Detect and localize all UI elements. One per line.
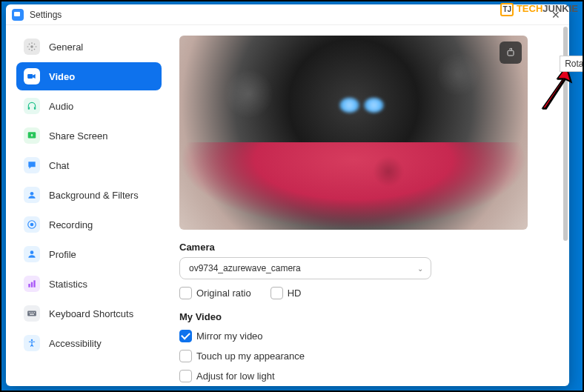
svg-rect-3 [34, 107, 36, 110]
profile-icon [24, 246, 40, 262]
share-screen-icon [24, 127, 40, 144]
rotate-button[interactable] [500, 41, 522, 64]
mirror-label: Mirror my video [196, 330, 263, 342]
sidebar-item-chat[interactable]: Chat [16, 151, 162, 179]
window-title: Settings [30, 10, 548, 20]
hd-checkbox[interactable] [271, 287, 283, 299]
sidebar-item-video[interactable]: Video [16, 62, 162, 90]
camera-selected-value: ov9734_azurewave_camera [189, 263, 301, 273]
sidebar-item-label: Audio [49, 101, 73, 112]
zoom-app-icon [12, 9, 24, 21]
sidebar-item-label: General [49, 41, 83, 53]
preview-glare [339, 98, 384, 113]
touchup-option[interactable]: Touch up my appearance [179, 350, 305, 362]
sidebar-item-label: Accessibility [49, 338, 102, 349]
camera-options-row: Original ratio HD [179, 287, 550, 299]
original-ratio-label: Original ratio [196, 288, 251, 299]
sidebar-item-label: Keyboard Shortcuts [49, 308, 133, 319]
svg-rect-12 [27, 311, 36, 316]
gear-icon [24, 39, 40, 55]
svg-rect-14 [30, 312, 31, 313]
sidebar-item-label: Background & Filters [49, 190, 139, 201]
chevron-down-icon: ⌄ [417, 265, 423, 273]
svg-rect-19 [508, 50, 514, 56]
chat-icon [24, 157, 40, 173]
titlebar: Settings ✕ [6, 4, 569, 25]
svg-point-18 [31, 339, 33, 341]
svg-rect-17 [30, 314, 34, 315]
touchup-option-row: Touch up my appearance [179, 350, 550, 362]
hd-label: HD [288, 288, 302, 299]
watermark: TJ TECHJUNKIE [500, 3, 578, 16]
watermark-badge: TJ [500, 3, 514, 16]
svg-rect-16 [34, 312, 35, 313]
sidebar-item-recording[interactable]: Recording [16, 210, 162, 239]
video-icon [24, 68, 40, 84]
svg-rect-9 [28, 284, 30, 288]
svg-rect-2 [28, 107, 30, 110]
video-preview [179, 36, 528, 230]
camera-section-label: Camera [179, 242, 550, 253]
svg-point-5 [30, 192, 34, 196]
keyboard-icon [24, 305, 40, 322]
rotate-icon [505, 47, 517, 59]
svg-point-8 [30, 250, 34, 254]
sidebar-item-label: Video [49, 71, 75, 82]
original-ratio-checkbox[interactable] [179, 287, 192, 299]
watermark-junkie: JUNKIE [542, 3, 578, 14]
sidebar-item-audio[interactable]: Audio [16, 92, 162, 120]
accessibility-icon [24, 335, 40, 351]
sidebar-item-share-screen[interactable]: Share Screen [16, 122, 162, 150]
hd-option[interactable]: HD [271, 287, 302, 299]
my-video-section-label: My Video [179, 311, 550, 322]
touchup-checkbox[interactable] [179, 350, 192, 362]
svg-point-0 [30, 45, 33, 48]
sidebar-item-keyboard-shortcuts[interactable]: Keyboard Shortcuts [16, 299, 162, 328]
svg-rect-10 [31, 282, 33, 288]
sidebar-item-label: Chat [49, 160, 69, 171]
lowlight-label: Adjust for low light [196, 371, 275, 382]
lowlight-checkbox[interactable] [179, 370, 192, 382]
lowlight-option[interactable]: Adjust for low light [179, 370, 275, 382]
watermark-tech: TECH [517, 3, 542, 14]
lowlight-option-row: Adjust for low light [179, 370, 550, 382]
sidebar-item-general[interactable]: General [16, 33, 162, 61]
statistics-icon [24, 276, 40, 292]
camera-select[interactable]: ov9734_azurewave_camera ⌄ [179, 257, 431, 279]
sidebar-item-background-filters[interactable]: Background & Filters [16, 181, 162, 209]
sidebar-item-label: Statistics [49, 279, 87, 290]
svg-rect-11 [33, 280, 35, 287]
touchup-label: Touch up my appearance [196, 351, 305, 362]
settings-window: Settings ✕ General Video Audio Share Scr… [6, 4, 569, 386]
sidebar-item-profile[interactable]: Profile [16, 240, 162, 268]
sidebar: General Video Audio Share Screen Chat Ba… [6, 25, 169, 386]
sidebar-item-statistics[interactable]: Statistics [16, 270, 162, 298]
content-panel: Camera ov9734_azurewave_camera ⌄ Origina… [169, 25, 569, 386]
sidebar-item-accessibility[interactable]: Accessibility [16, 329, 162, 357]
svg-rect-15 [33, 312, 33, 313]
mirror-option[interactable]: Mirror my video [179, 330, 263, 342]
sidebar-item-label: Recording [49, 219, 93, 230]
svg-point-7 [30, 223, 34, 227]
annotation-arrow [535, 65, 572, 113]
svg-rect-1 [27, 74, 33, 79]
mirror-option-row: Mirror my video [179, 330, 550, 342]
svg-rect-13 [29, 312, 30, 313]
window-body: General Video Audio Share Screen Chat Ba… [6, 25, 569, 386]
rotate-tooltip: Rotate 90° [560, 56, 584, 72]
sidebar-item-label: Profile [49, 249, 76, 260]
mirror-checkbox[interactable] [179, 330, 192, 342]
background-filters-icon [24, 187, 40, 203]
recording-icon [24, 216, 40, 233]
sidebar-item-label: Share Screen [49, 130, 108, 142]
original-ratio-option[interactable]: Original ratio [179, 287, 251, 299]
headphones-icon [24, 98, 40, 114]
